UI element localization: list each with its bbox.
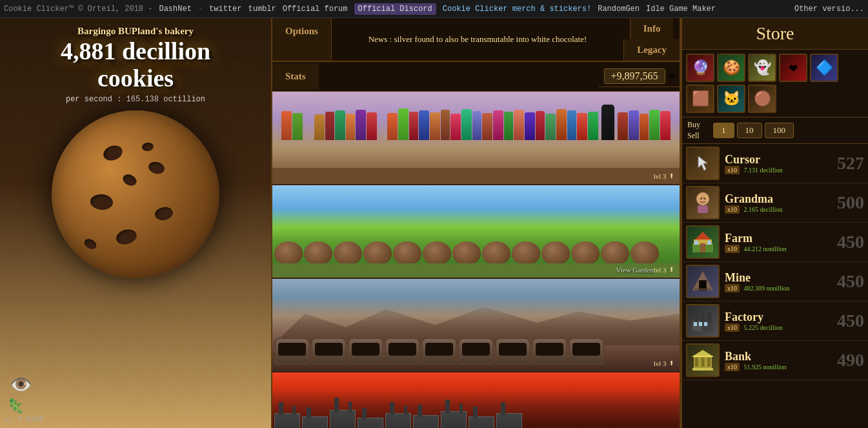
upgrade-item-8[interactable]: 🟤 bbox=[748, 85, 776, 113]
twitter-link[interactable]: twitter bbox=[209, 5, 241, 14]
merch-link[interactable]: Cookie Clicker merch & stickers! bbox=[443, 5, 591, 14]
crowd-figure bbox=[461, 109, 472, 140]
farm-level: lvl 3 ⬆ bbox=[654, 264, 674, 275]
crowd-figure bbox=[640, 114, 649, 140]
crowd-figure bbox=[292, 113, 303, 140]
store-item-bank[interactable]: Bank x10 51.925 nonillion 490 bbox=[682, 341, 868, 380]
crowd-figure bbox=[629, 110, 639, 140]
idlegame-link[interactable]: Idle Game Maker bbox=[646, 5, 716, 14]
upgrade-item-5[interactable]: 🔷 bbox=[810, 54, 838, 82]
stats-button[interactable]: Stats bbox=[272, 63, 319, 90]
discord-link[interactable]: Official Discord bbox=[354, 3, 436, 15]
factory-background bbox=[272, 372, 680, 428]
farm-object bbox=[393, 241, 421, 265]
cookie-circle[interactable] bbox=[52, 110, 219, 278]
farm-upgrade-arrow[interactable]: ⬆ bbox=[669, 264, 674, 275]
factory-building[interactable]: M 3 ⬆ bbox=[272, 372, 680, 428]
upgrade-item-4[interactable]: ❤️ bbox=[779, 54, 807, 82]
tumblr-link[interactable]: tumblr bbox=[248, 5, 276, 14]
mine-store-icon bbox=[686, 265, 720, 298]
dashnet-link[interactable]: DashNet bbox=[159, 5, 191, 14]
crowd-figure bbox=[649, 110, 660, 140]
left-panel: Bargingo BUPland's bakery 4,881 decillio… bbox=[0, 18, 271, 428]
cookie-bar-count: +9,897,565 bbox=[604, 68, 665, 84]
svg-rect-23 bbox=[699, 322, 702, 326]
cookies-per-second: per second : 165.138 octillion bbox=[66, 95, 205, 104]
upgrade-item-6[interactable]: 🟫 bbox=[686, 85, 714, 113]
store-item-cursor[interactable]: Cursor x10 7.131 decillion 527 bbox=[682, 144, 868, 183]
main-cookie[interactable] bbox=[52, 110, 219, 278]
svg-rect-24 bbox=[704, 322, 707, 326]
cursor-count: 527 bbox=[837, 153, 864, 174]
qty-1-button[interactable]: 1 bbox=[713, 123, 734, 138]
crowd-figure bbox=[536, 111, 545, 140]
upgrade-item-1[interactable]: 🔮 bbox=[686, 54, 714, 82]
store-item-farm[interactable]: Farm x10 44.212 nonillion 450 bbox=[682, 223, 868, 262]
factory-struct bbox=[330, 410, 356, 428]
farm-object bbox=[571, 241, 600, 265]
factory-struct bbox=[358, 418, 383, 428]
randomgen-link[interactable]: RandomGen bbox=[598, 5, 640, 14]
mine-building[interactable]: lvl 3 ⬆ bbox=[272, 279, 680, 372]
middle-panel: Options News : silver found to also be t… bbox=[271, 18, 681, 428]
upgrade-item-3[interactable]: 👻 bbox=[748, 54, 776, 82]
store-panel: Store 🔮 🍪 👻 ❤️ 🔷 🟫 🐱 🟤 Buy Sell 1 10 100 bbox=[681, 18, 868, 428]
reaper-figure bbox=[601, 105, 614, 140]
qty-10-button[interactable]: 10 bbox=[737, 123, 762, 138]
grandma-icon bbox=[686, 186, 720, 219]
farm-background bbox=[272, 185, 680, 278]
mine-level: lvl 3 ⬆ bbox=[654, 358, 674, 369]
store-title: Store bbox=[682, 18, 868, 50]
farm-x10: x10 bbox=[725, 245, 740, 253]
buy-sell-bar: Buy Sell 1 10 100 bbox=[682, 117, 868, 144]
mine-entrance bbox=[569, 338, 604, 365]
factory-struct bbox=[274, 413, 300, 428]
farm-building[interactable]: View Garden lvl 3 ⬆ bbox=[272, 185, 680, 279]
factory-count: 450 bbox=[837, 311, 864, 331]
svg-rect-4 bbox=[698, 205, 708, 213]
legacy-button[interactable]: Legacy bbox=[623, 39, 680, 61]
svg-rect-19 bbox=[694, 312, 698, 322]
farm-count: 450 bbox=[837, 232, 864, 252]
cursor-icon bbox=[686, 147, 720, 180]
cursors-upgrade-arrow[interactable]: ⬆ bbox=[669, 170, 674, 181]
farm-object bbox=[482, 241, 510, 265]
farm-object bbox=[601, 241, 629, 265]
upgrade-item-2[interactable]: 🍪 bbox=[717, 54, 745, 82]
middle-top-bar: Options News : silver found to also be t… bbox=[272, 18, 680, 62]
sell-label: Sell bbox=[687, 131, 707, 141]
svg-rect-11 bbox=[694, 241, 698, 245]
info-button[interactable]: Info bbox=[630, 18, 674, 39]
cursors-building[interactable]: lvl 3 ⬆ bbox=[272, 92, 680, 185]
grandma-count: 500 bbox=[837, 192, 864, 213]
brand-label: Cookie Clicker™ © Orteil, 2018 - bbox=[4, 5, 152, 14]
qty-100-button[interactable]: 100 bbox=[765, 123, 794, 138]
factory-x10: x10 bbox=[725, 323, 740, 332]
mine-count: 450 bbox=[837, 271, 864, 292]
store-item-mine[interactable]: Mine x10 482.309 nonillion 450 bbox=[682, 262, 868, 301]
forum-link[interactable]: Official forum bbox=[283, 5, 348, 14]
cookie-bar: +9,897,565 ⚙️ bbox=[599, 66, 680, 87]
mine-upgrade-arrow[interactable]: ⬆ bbox=[669, 358, 674, 369]
svg-rect-20 bbox=[701, 314, 705, 322]
farm-object bbox=[334, 241, 362, 265]
news-ticker: News : silver found to also be transmuta… bbox=[332, 18, 623, 61]
creature-icon: 🦎 bbox=[6, 398, 24, 415]
crowd-figure bbox=[493, 110, 503, 140]
svg-marker-9 bbox=[695, 232, 711, 239]
upgrade-item-7[interactable]: 🐱 bbox=[717, 85, 745, 113]
svg-rect-22 bbox=[694, 322, 697, 326]
bank-count: 490 bbox=[837, 350, 864, 371]
crowd-figure bbox=[567, 110, 576, 140]
store-item-factory[interactable]: Factory x10 5.225 decillion 450 bbox=[682, 301, 868, 341]
svg-rect-29 bbox=[707, 358, 711, 367]
svg-rect-27 bbox=[695, 358, 698, 367]
svg-rect-15 bbox=[700, 281, 705, 289]
other-version-label: Other versio... bbox=[794, 5, 864, 14]
mine-entrance bbox=[532, 338, 567, 365]
store-item-grandma[interactable]: Grandma x10 2.165 decillion 500 bbox=[682, 183, 868, 223]
buy-label: Buy bbox=[687, 120, 707, 130]
crowd-figure bbox=[482, 113, 492, 140]
options-button[interactable]: Options bbox=[272, 18, 332, 61]
farm-object bbox=[423, 241, 451, 265]
